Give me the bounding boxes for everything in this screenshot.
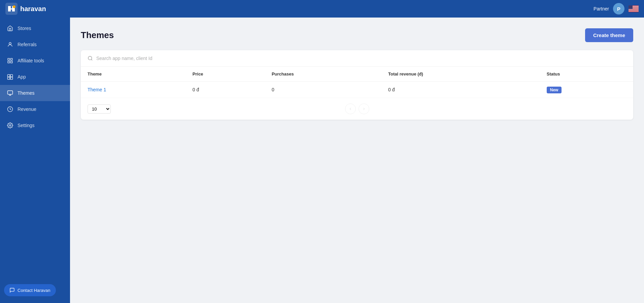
svg-rect-23 — [8, 77, 10, 80]
logo-text: haravan — [20, 5, 46, 13]
svg-rect-22 — [10, 74, 13, 77]
sidebar-item-label: Stores — [18, 26, 31, 31]
pagination-row: 10 20 50 — [81, 98, 633, 120]
prev-page-button[interactable] — [345, 103, 356, 114]
sidebar-item-label: Settings — [18, 123, 35, 128]
sidebar-item-label: Revenue — [18, 107, 36, 112]
sidebar-item-label: Themes — [18, 90, 35, 96]
svg-rect-24 — [10, 77, 13, 80]
col-status: Status — [540, 67, 633, 82]
col-revenue: Total revenue (đ) — [381, 67, 540, 82]
svg-rect-25 — [8, 91, 13, 94]
svg-rect-12 — [629, 10, 639, 11]
page-title: Themes — [81, 30, 114, 40]
svg-rect-18 — [11, 58, 12, 60]
sidebar-item-settings[interactable]: Settings — [0, 117, 70, 133]
themes-icon — [7, 90, 13, 96]
chat-icon — [9, 287, 15, 293]
svg-rect-21 — [8, 74, 10, 77]
sidebar-item-affiliate-tools[interactable]: Affiliate tools — [0, 53, 70, 69]
search-icon — [88, 56, 93, 61]
table-body: Theme 1 0 đ 0 0 đ New — [81, 82, 633, 98]
themes-card: Theme Price Purchases Total revenue (đ) … — [81, 50, 633, 120]
sidebar-item-app[interactable]: App — [0, 69, 70, 85]
svg-rect-13 — [629, 11, 639, 12]
logo[interactable]: haravan — [5, 3, 46, 15]
price-cell: 0 đ — [186, 82, 265, 98]
affiliate-icon — [7, 57, 13, 64]
main-layout: Stores Referrals Affiliate tools App The — [0, 18, 644, 303]
search-input[interactable] — [96, 56, 626, 61]
sidebar-item-revenue[interactable]: Revenue — [0, 101, 70, 117]
col-price: Price — [186, 67, 265, 82]
col-theme: Theme — [81, 67, 186, 82]
col-purchases: Purchases — [265, 67, 381, 82]
status-cell: New — [540, 82, 633, 98]
status-badge: New — [547, 87, 562, 93]
svg-point-1 — [13, 5, 15, 8]
store-icon — [7, 25, 13, 32]
svg-rect-17 — [8, 58, 9, 60]
svg-rect-19 — [8, 61, 9, 63]
partner-label: Partner — [594, 6, 609, 11]
sidebar-bottom: Contact Haravan — [4, 284, 56, 296]
per-page-select[interactable]: 10 20 50 — [88, 104, 111, 114]
svg-point-27 — [9, 125, 11, 126]
page-header: Themes Create theme — [81, 28, 633, 42]
contact-haravan-button[interactable]: Contact Haravan — [4, 284, 56, 296]
search-bar — [81, 50, 633, 67]
revenue-icon — [7, 106, 13, 113]
svg-rect-20 — [11, 61, 12, 63]
main-content: Themes Create theme Theme Price Purchase… — [70, 18, 644, 303]
next-page-button[interactable] — [359, 103, 369, 114]
contact-label: Contact Haravan — [18, 288, 50, 293]
svg-rect-10 — [629, 9, 639, 10]
theme-name-cell: Theme 1 — [81, 82, 186, 98]
svg-rect-15 — [629, 5, 633, 9]
table-header: Theme Price Purchases Total revenue (đ) … — [81, 67, 633, 82]
purchases-cell: 0 — [265, 82, 381, 98]
referrals-icon — [7, 41, 13, 48]
settings-icon — [7, 122, 13, 129]
sidebar-item-label: App — [18, 74, 26, 80]
sidebar-item-themes[interactable]: Themes — [0, 85, 70, 101]
user-avatar[interactable]: P — [613, 3, 624, 14]
app-icon — [7, 73, 13, 80]
page-nav — [345, 103, 369, 114]
per-page-selector: 10 20 50 — [88, 104, 111, 114]
sidebar: Stores Referrals Affiliate tools App The — [0, 18, 70, 303]
svg-rect-11 — [629, 10, 639, 11]
table-row: Theme 1 0 đ 0 0 đ New — [81, 82, 633, 98]
svg-rect-14 — [629, 11, 639, 12]
navbar-right: Partner P — [594, 3, 639, 14]
revenue-cell: 0 đ — [381, 82, 540, 98]
sidebar-item-label: Referrals — [18, 42, 37, 47]
svg-point-16 — [9, 42, 11, 44]
svg-point-28 — [88, 56, 92, 60]
sidebar-item-stores[interactable]: Stores — [0, 20, 70, 36]
chevron-right-icon — [362, 107, 366, 111]
create-theme-button[interactable]: Create theme — [585, 28, 633, 42]
themes-table: Theme Price Purchases Total revenue (đ) … — [81, 67, 633, 98]
sidebar-item-referrals[interactable]: Referrals — [0, 36, 70, 53]
theme-name-link[interactable]: Theme 1 — [88, 87, 106, 92]
sidebar-item-label: Affiliate tools — [18, 58, 44, 63]
chevron-left-icon — [348, 107, 352, 111]
navbar: haravan Partner P — [0, 0, 644, 18]
svg-rect-9 — [629, 9, 639, 10]
language-flag-icon[interactable] — [629, 5, 639, 12]
haravan-logo-icon — [5, 3, 18, 15]
